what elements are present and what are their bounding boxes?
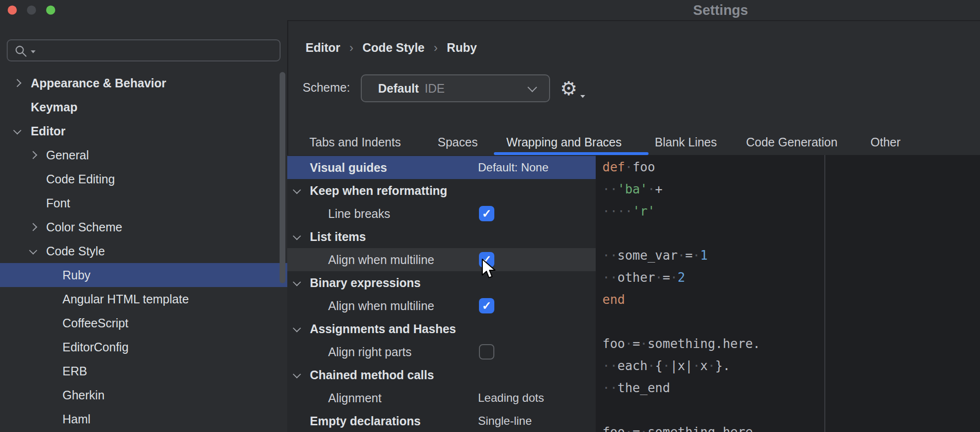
setting-row-align-right-parts[interactable]: Align right parts: [287, 340, 596, 363]
tab-blank-lines[interactable]: Blank Lines: [655, 132, 717, 152]
minimize-button[interactable]: [27, 6, 36, 15]
scheme-selected-value: Default: [378, 82, 419, 96]
sidebar-item-label: EditorConfig: [62, 340, 129, 354]
setting-label: Visual guides: [310, 161, 387, 175]
sidebar-item-haml[interactable]: Haml: [0, 407, 287, 431]
tab-spaces[interactable]: Spaces: [438, 132, 478, 152]
sidebar-item-label: Ruby: [62, 268, 90, 282]
breadcrumb: Editor›Code Style›Ruby: [306, 40, 477, 55]
setting-label: List items: [310, 230, 366, 244]
chevron-right-icon[interactable]: [29, 223, 37, 231]
close-button[interactable]: [8, 6, 17, 15]
sidebar-item-label: Code Style: [46, 244, 105, 258]
setting-label: Keep when reformatting: [310, 184, 447, 198]
sidebar-item-code-editing[interactable]: Code Editing: [0, 167, 287, 191]
setting-label: Align when multiline: [328, 253, 434, 267]
sidebar-item-ruby[interactable]: Ruby: [0, 263, 287, 287]
setting-label: Empty declarations: [310, 414, 421, 428]
code-line: [602, 222, 760, 244]
setting-row-assignments-and-hashes[interactable]: Assignments and Hashes: [287, 317, 596, 340]
gear-menu-caret-icon: [580, 95, 585, 98]
chevron-down-icon[interactable]: [29, 246, 37, 254]
settings-header: Editor›Code Style›Ruby Scheme: Default I…: [288, 20, 980, 155]
setting-row-visual-guides[interactable]: Visual guidesDefault: None: [287, 156, 596, 179]
code-line: ··each·{·|x|·x·}.: [602, 355, 760, 377]
code-line: ··'ba'·+: [602, 178, 760, 200]
sidebar-item-appearance-behavior[interactable]: Appearance & Behavior: [0, 71, 287, 95]
settings-sidebar: Appearance & BehaviorKeymapEditorGeneral…: [0, 20, 287, 432]
scheme-value-suffix: IDE: [425, 82, 445, 96]
setting-row-list-items[interactable]: List items: [287, 225, 596, 248]
sidebar-item-font[interactable]: Font: [0, 191, 287, 215]
sidebar-item-code-style[interactable]: Code Style: [0, 239, 287, 263]
sidebar-item-erb[interactable]: ERB: [0, 359, 287, 383]
setting-label: Line breaks: [328, 207, 390, 221]
breadcrumb-item-editor[interactable]: Editor: [306, 41, 340, 55]
chevron-down-icon[interactable]: [293, 324, 301, 332]
setting-row-empty-declarations[interactable]: Empty declarationsSingle-line: [287, 409, 596, 432]
chevron-down-icon[interactable]: [293, 370, 301, 378]
setting-row-keep-when-reformatting[interactable]: Keep when reformatting: [287, 179, 596, 202]
setting-row-alignment[interactable]: AlignmentLeading dots: [287, 386, 596, 409]
sidebar-item-label: Keymap: [31, 100, 77, 114]
tab-wrapping-and-braces[interactable]: Wrapping and Braces: [506, 132, 622, 152]
sidebar-item-editor[interactable]: Editor: [0, 119, 287, 143]
code-line: foo·=·something.here.: [602, 333, 760, 355]
tab-other[interactable]: Other: [870, 132, 901, 152]
breadcrumb-item-ruby[interactable]: Ruby: [447, 41, 477, 55]
checkbox-checked[interactable]: ✓: [479, 298, 494, 313]
chevron-down-icon[interactable]: [13, 126, 22, 134]
zoom-button[interactable]: [46, 6, 55, 15]
sidebar-tree: Appearance & BehaviorKeymapEditorGeneral…: [0, 20, 287, 432]
sidebar-item-angular-html-template[interactable]: Angular HTML template: [0, 287, 287, 311]
chevron-right-icon[interactable]: [29, 151, 37, 159]
sidebar-item-label: Font: [46, 196, 70, 210]
breadcrumb-item-code-style[interactable]: Code Style: [363, 41, 425, 55]
wrapping-settings-list: Visual guidesDefault: NoneKeep when refo…: [287, 155, 596, 432]
checkbox-checked[interactable]: ✓: [479, 206, 494, 221]
setting-value[interactable]: Single-line: [478, 414, 532, 428]
code-line: ····'r': [602, 200, 760, 222]
sidebar-item-gherkin[interactable]: Gherkin: [0, 383, 287, 407]
setting-row-binary-expressions[interactable]: Binary expressions: [287, 271, 596, 294]
scheme-select[interactable]: Default IDE: [361, 74, 550, 102]
sidebar-item-coffeescript[interactable]: CoffeeScript: [0, 311, 287, 335]
setting-row-chained-method-calls[interactable]: Chained method calls: [287, 363, 596, 386]
setting-value[interactable]: Default: None: [478, 161, 549, 174]
setting-value[interactable]: Leading dots: [478, 391, 544, 405]
sidebar-item-keymap[interactable]: Keymap: [0, 95, 287, 119]
sidebar-item-label: General: [46, 148, 89, 162]
scheme-actions-button[interactable]: ⚙: [560, 74, 587, 103]
setting-row-align-when-multiline[interactable]: Align when multiline✓: [287, 248, 596, 271]
chevron-right-icon[interactable]: [13, 79, 22, 87]
ruby-code-sample: def·foo··'ba'·+····'r' ··some_var·=·1··o…: [602, 156, 760, 432]
mouse-cursor: [480, 258, 502, 281]
tab-code-generation[interactable]: Code Generation: [746, 132, 837, 152]
sidebar-item-label: Haml: [62, 412, 90, 426]
code-line: [602, 311, 760, 333]
sidebar-item-label: Color Scheme: [46, 220, 122, 234]
sidebar-item-color-scheme[interactable]: Color Scheme: [0, 215, 287, 239]
tab-tabs-and-indents[interactable]: Tabs and Indents: [309, 132, 401, 152]
checkbox-unchecked[interactable]: [479, 344, 494, 360]
sidebar-item-label: Appearance & Behavior: [31, 76, 166, 90]
sidebar-item-general[interactable]: General: [0, 143, 287, 167]
setting-label: Binary expressions: [310, 276, 421, 290]
code-line: def·foo: [602, 156, 760, 178]
code-preview-pane: def·foo··'ba'·+····'r' ··some_var·=·1··o…: [596, 155, 980, 432]
scheme-label: Scheme:: [303, 81, 350, 95]
sidebar-item-editorconfig[interactable]: EditorConfig: [0, 335, 287, 359]
title-bar: Settings: [0, 0, 980, 21]
setting-row-align-when-multiline[interactable]: Align when multiline✓: [287, 294, 596, 317]
setting-label: Align right parts: [328, 345, 412, 359]
sidebar-item-label: CoffeeScript: [62, 316, 128, 330]
sidebar-item-label: Gherkin: [62, 388, 105, 402]
chevron-down-icon[interactable]: [293, 186, 301, 194]
setting-row-line-breaks[interactable]: Line breaks✓: [287, 202, 596, 225]
code-line: ··the_end: [602, 377, 760, 399]
chevron-down-icon[interactable]: [293, 232, 301, 240]
sidebar-item-label: ERB: [62, 364, 87, 378]
chevron-down-icon[interactable]: [293, 278, 301, 286]
settings-window: Settings Appearance & BehaviorKeymapEdit…: [0, 0, 980, 432]
sidebar-scrollbar[interactable]: [280, 72, 285, 283]
